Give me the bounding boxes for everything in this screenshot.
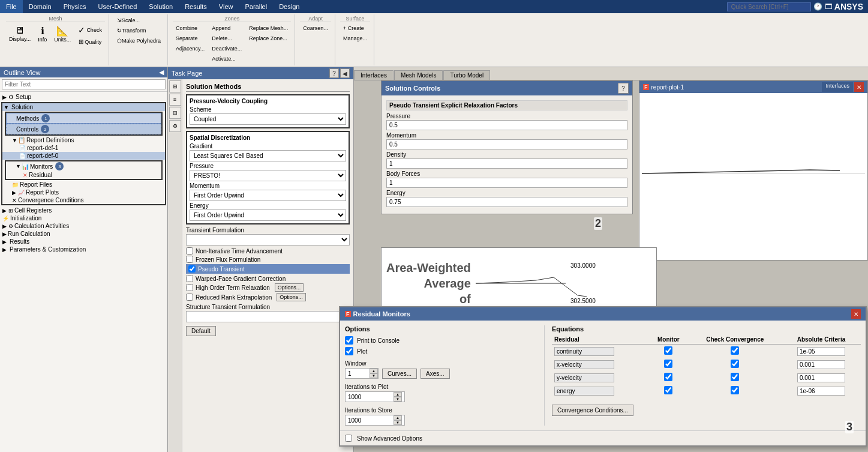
ribbon-adjacency-btn[interactable]: Adjacency...: [173, 44, 208, 53]
tree-params[interactable]: ▶ Parameters & Customization: [1, 246, 166, 253]
ribbon-scale-btn[interactable]: ⇲ Scale...: [114, 16, 164, 25]
plot-check[interactable]: [345, 347, 353, 355]
eq-energy-check[interactable]: [731, 386, 739, 394]
eq-yvel-check[interactable]: [731, 373, 739, 381]
sc-help-btn[interactable]: ?: [618, 83, 629, 94]
tree-residual[interactable]: ✕ Residual: [6, 171, 161, 179]
tree-run-calc[interactable]: ▶ Run Calculation: [1, 230, 166, 238]
iters-store-up-btn[interactable]: ▲: [394, 415, 402, 420]
print-to-console-check[interactable]: [345, 336, 353, 345]
tree-report-defs[interactable]: ▼ 📋 Report Definitions: [2, 136, 165, 144]
quick-search-input[interactable]: [727, 2, 811, 11]
eq-yvel-monitor[interactable]: [664, 373, 672, 381]
pseudo-transient-check[interactable]: [188, 265, 196, 273]
ribbon-replace-zone-btn[interactable]: Replace Zone...: [246, 34, 291, 43]
reduced-rank-options-btn[interactable]: Options...: [277, 293, 306, 301]
tree-convergence-cond[interactable]: ✕ Convergence Conditions: [2, 196, 165, 204]
toolbar-btn-3[interactable]: ⊟: [169, 107, 181, 119]
report-plot-close-btn[interactable]: ✕: [854, 82, 864, 92]
report-tab-interfaces[interactable]: Interfaces: [822, 82, 853, 92]
menu-file[interactable]: File: [0, 0, 23, 13]
ribbon-append-btn[interactable]: Append: [209, 23, 245, 33]
menu-user-defined[interactable]: User-Defined: [92, 0, 143, 13]
menu-view[interactable]: View: [213, 0, 239, 13]
eq-yvel-criteria[interactable]: [797, 373, 845, 382]
tree-solution[interactable]: ▼ Solution: [2, 103, 165, 111]
eq-xvel-monitor[interactable]: [664, 360, 672, 368]
iters-to-plot-input[interactable]: [346, 393, 394, 402]
eq-xvel-input[interactable]: [554, 360, 614, 369]
curves-btn[interactable]: Curves...: [382, 369, 417, 379]
eq-xvel-criteria[interactable]: [797, 360, 845, 369]
tree-methods[interactable]: Methods 1: [6, 113, 161, 124]
ribbon-manage-btn[interactable]: Manage...: [340, 34, 370, 43]
eq-continuity-criteria[interactable]: [797, 347, 845, 356]
tab-interfaces[interactable]: Interfaces: [354, 70, 394, 80]
menu-solution[interactable]: Solution: [143, 0, 179, 13]
non-iterative-check[interactable]: [186, 247, 193, 255]
reduced-rank-check[interactable]: [186, 294, 193, 301]
tree-report-files[interactable]: 📁 Report Files: [2, 181, 165, 188]
frozen-flux-check[interactable]: [186, 256, 193, 263]
ribbon-coarsen-btn[interactable]: Coarsen...: [300, 23, 331, 33]
ribbon-deactivate-btn[interactable]: Deactivate...: [209, 44, 245, 53]
tree-calc-activities[interactable]: ▶ ⚙ Calculation Activities: [1, 222, 166, 230]
outline-collapse-btn[interactable]: ◀: [159, 68, 164, 76]
tree-setup[interactable]: ▶ ⚙ Setup: [1, 93, 166, 101]
momentum-select[interactable]: First Order Upwind: [190, 190, 346, 201]
sc-pressure-input[interactable]: [386, 120, 627, 130]
menu-physics[interactable]: Physics: [58, 0, 92, 13]
high-order-check[interactable]: [186, 284, 193, 291]
eq-xvel-check[interactable]: [731, 360, 739, 368]
energy-disc-select[interactable]: First Order Upwind: [190, 209, 346, 221]
ribbon-replace-mesh-btn[interactable]: Replace Mesh...: [246, 23, 291, 33]
tree-results[interactable]: ▶ Results: [1, 238, 166, 246]
ribbon-activate-btn[interactable]: Activate...: [209, 54, 245, 64]
eq-continuity-monitor[interactable]: [664, 346, 672, 355]
ribbon-info-btn[interactable]: ℹ Info: [35, 23, 50, 47]
eq-continuity-input[interactable]: [554, 347, 614, 356]
ribbon-transform-btn[interactable]: ↻ Transform: [114, 26, 164, 35]
ribbon-combine-btn[interactable]: Combine: [173, 23, 208, 33]
default-btn[interactable]: Default: [186, 326, 216, 336]
sc-momentum-input[interactable]: [386, 139, 627, 149]
tree-cell-registers[interactable]: ▶ ⊞ Cell Registers: [1, 206, 166, 214]
scheme-select[interactable]: CoupledSIMPLESIMPLECPISO: [190, 113, 346, 125]
tree-report-plots[interactable]: ▶ 📈 Report Plots: [2, 188, 165, 196]
outline-filter-input[interactable]: [2, 79, 166, 89]
ribbon-quality-btn[interactable]: ⊞ Quality: [76, 37, 104, 47]
eq-energy-criteria[interactable]: [797, 387, 845, 396]
window-input[interactable]: [346, 369, 370, 378]
eq-continuity-check[interactable]: [731, 346, 739, 355]
menu-domain[interactable]: Domain: [23, 0, 58, 13]
ribbon-create-btn[interactable]: + Create: [340, 23, 370, 33]
sc-density-input[interactable]: [386, 158, 627, 169]
menu-design[interactable]: Design: [273, 0, 305, 13]
tab-mesh-models[interactable]: Mesh Models: [394, 70, 443, 80]
task-info-btn[interactable]: ?: [329, 68, 339, 78]
eq-energy-monitor[interactable]: [664, 386, 672, 394]
ribbon-check-btn[interactable]: ✓ Check: [75, 23, 105, 37]
toolbar-btn-1[interactable]: ⊞: [169, 80, 181, 92]
sc-body-forces-input[interactable]: [386, 178, 627, 188]
axes-btn[interactable]: Axes...: [421, 369, 450, 379]
tree-controls[interactable]: Controls 2: [6, 124, 161, 134]
eq-yvel-input[interactable]: [554, 373, 614, 382]
iters-plot-down-btn[interactable]: ▼: [394, 397, 402, 402]
tree-report-def-1[interactable]: 📄 report-def-1: [2, 144, 165, 152]
tree-initialization[interactable]: ⚡ Initialization: [1, 214, 166, 222]
warped-face-check[interactable]: [186, 275, 193, 282]
ribbon-separate-btn[interactable]: Separate: [173, 34, 208, 43]
tab-turbo-model[interactable]: Turbo Model: [443, 70, 490, 80]
iters-store-down-btn[interactable]: ▼: [394, 420, 402, 425]
ribbon-display-btn[interactable]: 🖥 Display...: [6, 23, 34, 47]
pressure-disc-select[interactable]: PRESTO!: [190, 170, 346, 181]
toolbar-btn-2[interactable]: ≡: [169, 94, 181, 106]
toolbar-btn-4[interactable]: ⚙: [169, 120, 181, 132]
sc-energy-input[interactable]: [386, 197, 627, 207]
iters-to-store-input[interactable]: [346, 416, 394, 425]
menu-results[interactable]: Results: [179, 0, 213, 13]
gradient-select[interactable]: Least Squares Cell Based: [190, 150, 346, 161]
eq-energy-input[interactable]: [554, 387, 614, 396]
menu-parallel[interactable]: Parallel: [239, 0, 273, 13]
